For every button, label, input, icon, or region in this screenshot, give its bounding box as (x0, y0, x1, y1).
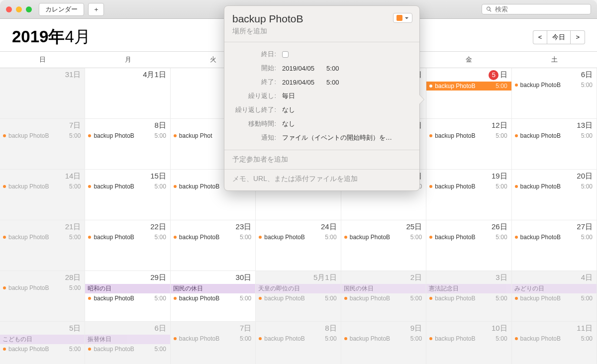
calendar-event[interactable]: backup PhotoB5:00 (88, 182, 166, 190)
calendar-event[interactable]: backup PhotoB5:00 (429, 182, 507, 190)
calendar-event[interactable]: backup PhotoB5:00 (174, 233, 251, 241)
end-date-field[interactable]: 2019/04/05 (282, 79, 314, 86)
calendar-event[interactable]: backup PhotoB5:00 (3, 182, 81, 190)
day-cell[interactable]: 19日backup PhotoB5:00 (426, 170, 511, 220)
day-cell[interactable]: 5日こどもの日backup PhotoB5:00 (0, 322, 85, 364)
day-cell[interactable]: 7日backup PhotoB5:00 (0, 119, 85, 170)
calendar-event[interactable]: backup PhotoB5:00 (3, 233, 81, 241)
holiday-event[interactable]: 国民の休日 (341, 284, 426, 293)
calendar-event[interactable]: backup PhotoB5:00 (174, 294, 251, 302)
allday-checkbox[interactable] (282, 51, 289, 58)
calendar-event[interactable]: backup PhotoB5:00 (259, 294, 336, 302)
travel-field[interactable]: なし (282, 119, 295, 128)
calendar-event[interactable]: backup PhotoB5:00 (88, 345, 166, 353)
calendar-event[interactable]: backup PhotoB5:00 (344, 294, 422, 302)
calendar-event[interactable]: backup PhotoB5:00 (3, 284, 81, 292)
day-number: 12日 (429, 121, 507, 132)
alert-field[interactable]: ファイル（イベントの開始時刻）を… (282, 133, 392, 142)
minimize-window-button[interactable] (16, 6, 22, 12)
day-cell[interactable]: 26日backup PhotoB5:00 (426, 220, 511, 271)
day-cell[interactable]: 4日みどりの日backup PhotoB5:00 (512, 271, 597, 322)
calendar-event[interactable]: backup PhotoB5:00 (3, 132, 81, 140)
next-month-button[interactable]: > (571, 30, 585, 44)
holiday-event[interactable]: 憲法記念日 (426, 284, 511, 293)
search-field[interactable] (482, 4, 591, 14)
day-cell[interactable]: 15日backup PhotoB5:00 (85, 170, 170, 220)
search-input[interactable] (495, 5, 587, 13)
holiday-event[interactable]: 天皇の即位の日 (256, 284, 340, 293)
day-cell[interactable]: 21日backup PhotoB5:00 (0, 220, 85, 271)
day-cell[interactable]: 29日昭和の日backup PhotoB5:00 (85, 271, 170, 322)
day-cell[interactable]: 25日backup PhotoB5:00 (341, 220, 426, 271)
start-date-field[interactable]: 2019/04/05 (282, 65, 314, 72)
event-time: 5:00 (496, 295, 507, 302)
calendar-event[interactable]: backup PhotoB5:00 (429, 294, 507, 302)
day-cell[interactable]: 8日backup PhotoB5:00 (256, 322, 341, 364)
calendar-event[interactable]: backup PhotoB5:00 (515, 182, 593, 190)
day-cell[interactable]: 31日 (0, 68, 85, 119)
day-cell[interactable]: 30日国民の休日backup PhotoB5:00 (171, 271, 256, 322)
event-title: backup PhotoB (94, 346, 152, 353)
end-time-field[interactable]: 5:00 (326, 79, 339, 86)
day-cell[interactable]: 8日backup PhotoB5:00 (85, 119, 170, 170)
calendar-event[interactable]: backup PhotoB5:00 (429, 132, 507, 140)
holiday-event[interactable]: 昭和の日 (85, 284, 170, 293)
day-cell[interactable]: 27日backup PhotoB5:00 (512, 220, 597, 271)
repeat-field[interactable]: 毎日 (282, 91, 295, 100)
day-cell[interactable]: 14日backup PhotoB5:00 (0, 170, 85, 220)
calendar-event[interactable]: backup PhotoB5:00 (3, 345, 81, 353)
day-cell[interactable]: 6日振替休日backup PhotoB5:00 (85, 322, 170, 364)
holiday-event[interactable]: 振替休日 (85, 335, 170, 344)
day-cell[interactable]: 12日backup PhotoB5:00 (426, 119, 511, 170)
calendar-event[interactable]: backup PhotoB5:00 (259, 233, 336, 241)
calendars-button[interactable]: カレンダー (39, 3, 84, 16)
calendar-event[interactable]: backup PhotoB5:00 (88, 233, 166, 241)
calendar-event[interactable]: backup PhotoB5:00 (344, 335, 422, 343)
calendar-event[interactable]: backup PhotoB5:00 (429, 335, 507, 343)
notes-field[interactable]: メモ、URL、または添付ファイルを追加 (224, 170, 419, 190)
calendar-event[interactable]: backup PhotoB5:00 (515, 132, 593, 140)
day-cell[interactable]: 11日backup PhotoB5:00 (512, 322, 597, 364)
day-cell[interactable]: 5 日backup PhotoB5:00 (426, 68, 511, 119)
day-cell[interactable]: 5月1日天皇の即位の日backup PhotoB5:00 (256, 271, 341, 322)
day-cell[interactable]: 22日backup PhotoB5:00 (85, 220, 170, 271)
calendar-event[interactable]: backup PhotoB5:00 (426, 82, 511, 91)
close-window-button[interactable] (6, 6, 12, 12)
day-cell[interactable]: 28日backup PhotoB5:00 (0, 271, 85, 322)
holiday-event[interactable]: みどりの日 (512, 284, 597, 293)
day-cell[interactable]: 6日backup PhotoB5:00 (512, 68, 597, 119)
calendar-event[interactable]: backup PhotoB5:00 (88, 294, 166, 302)
calendar-event[interactable]: backup PhotoB5:00 (429, 233, 507, 241)
calendar-event[interactable]: backup PhotoB5:00 (259, 335, 336, 343)
calendar-event[interactable]: backup PhotoB5:00 (515, 81, 593, 89)
holiday-event[interactable]: こどもの日 (0, 335, 85, 344)
calendar-color-picker[interactable] (393, 13, 412, 23)
prev-month-button[interactable]: < (533, 30, 547, 44)
attendees-field[interactable]: 予定参加者を追加 (224, 150, 419, 170)
holiday-event[interactable]: 国民の休日 (171, 284, 255, 293)
day-cell[interactable]: 13日backup PhotoB5:00 (512, 119, 597, 170)
calendar-event[interactable]: backup PhotoB5:00 (344, 233, 422, 241)
start-time-field[interactable]: 5:00 (326, 65, 339, 72)
day-cell[interactable]: 2日国民の休日backup PhotoB5:00 (341, 271, 426, 322)
day-cell[interactable]: 24日backup PhotoB5:00 (256, 220, 341, 271)
calendar-event[interactable]: backup PhotoB5:00 (88, 132, 166, 140)
day-cell[interactable]: 10日backup PhotoB5:00 (426, 322, 511, 364)
event-title-field[interactable]: backup PhotoB (232, 13, 411, 25)
calendar-event[interactable]: backup PhotoB5:00 (515, 335, 593, 343)
day-cell[interactable]: 20日backup PhotoB5:00 (512, 170, 597, 220)
zoom-window-button[interactable] (26, 6, 32, 12)
event-location-field[interactable]: 場所を追加 (232, 27, 411, 36)
repeat-end-field[interactable]: なし (282, 105, 295, 114)
today-button[interactable]: 今日 (547, 30, 571, 44)
day-cell[interactable]: 7日backup PhotoB5:00 (171, 322, 256, 364)
day-cell[interactable]: 9日backup PhotoB5:00 (341, 322, 426, 364)
calendar-event[interactable]: backup PhotoB5:00 (174, 335, 251, 343)
calendar-event[interactable]: backup PhotoB5:00 (515, 294, 593, 302)
day-cell[interactable]: 4月1日 (85, 68, 170, 119)
add-event-button[interactable]: ＋ (88, 3, 104, 16)
day-cell[interactable]: 23日backup PhotoB5:00 (171, 220, 256, 271)
day-cell[interactable]: 3日憲法記念日backup PhotoB5:00 (426, 271, 511, 322)
calendar-event[interactable]: backup PhotoB5:00 (515, 233, 593, 241)
event-title: backup PhotoB (350, 335, 408, 342)
